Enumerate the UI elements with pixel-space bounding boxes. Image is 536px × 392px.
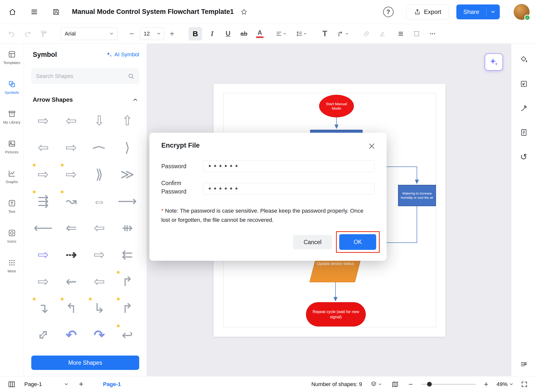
page-selector[interactable]: Page-1 bbox=[22, 379, 71, 390]
start-manual-mode-node[interactable]: Start Manual Mode bbox=[319, 95, 354, 117]
share-label[interactable]: Share bbox=[456, 4, 486, 19]
shape-dashed-arrow-right[interactable]: ⇢ bbox=[59, 243, 83, 266]
shape-triple-chevron-right[interactable]: ⟫ bbox=[87, 162, 111, 186]
shape-wide-arrow-left[interactable]: ⇦ bbox=[87, 269, 111, 293]
shape-double-headed-arrow[interactable]: ⇔ bbox=[87, 189, 111, 213]
history-button[interactable]: ↺ bbox=[519, 152, 529, 162]
shape-curved-arrow-left[interactable]: ↶ bbox=[59, 323, 83, 347]
shape-double-line-arrow-left[interactable]: ⇇ bbox=[115, 243, 139, 266]
repeat-cycle-node[interactable]: Repeat cycle (wait for new signal) bbox=[306, 302, 366, 327]
more-shapes-button[interactable]: More Shapes bbox=[31, 356, 139, 370]
highlighter-button[interactable] bbox=[377, 28, 388, 39]
sidebar-item-graphs[interactable]: Graphs bbox=[1, 169, 23, 191]
search-shapes-input[interactable] bbox=[36, 73, 128, 79]
shape-s-curve-arrow-right[interactable]: ↝ bbox=[59, 189, 83, 213]
sidebar-item-text[interactable]: Text bbox=[1, 199, 23, 220]
shape-hexagon-arrow-right[interactable]: ⇨ bbox=[59, 162, 83, 186]
zoom-slider[interactable] bbox=[421, 384, 476, 385]
ok-button[interactable]: OK bbox=[339, 234, 376, 250]
insert-frame-button[interactable] bbox=[519, 79, 529, 89]
line-style-button[interactable] bbox=[395, 28, 406, 39]
shape-diagonal-double-arrow[interactable]: ⇕ bbox=[31, 323, 55, 347]
shape-tail-arrow-right[interactable]: ⇻ bbox=[115, 216, 139, 240]
layer-filter-button[interactable] bbox=[519, 359, 529, 369]
help-button[interactable]: ? bbox=[383, 7, 394, 17]
border-style-button[interactable] bbox=[411, 28, 422, 39]
shape-block-arrow-down[interactable]: ⇩ bbox=[87, 109, 111, 132]
font-size-select[interactable]: 12 bbox=[140, 28, 164, 40]
shape-block-arrow-right[interactable]: ⇨ bbox=[31, 109, 55, 132]
sidebar-item-my-library[interactable]: My Library bbox=[1, 110, 23, 131]
share-button[interactable]: Share bbox=[456, 4, 500, 19]
line-spacing-button[interactable] bbox=[293, 28, 309, 39]
shape-long-arrow-right[interactable]: ⟶ bbox=[115, 189, 139, 213]
sidebar-item-pictures[interactable]: Pictures bbox=[1, 139, 23, 161]
page-tab[interactable]: Page-1 bbox=[103, 381, 121, 388]
shape-corner-arrow-down[interactable]: ↳ bbox=[87, 296, 111, 320]
cancel-button[interactable]: Cancel bbox=[293, 235, 332, 249]
sidebar-item-templates[interactable]: Templates bbox=[1, 50, 23, 71]
favorite-star-button[interactable] bbox=[240, 8, 248, 16]
zoom-slider-knob[interactable] bbox=[427, 382, 432, 387]
shape-corner-arrow-up-right[interactable]: ↱ bbox=[115, 269, 139, 293]
shape-block-arrow-left-wide[interactable]: ⇦ bbox=[31, 135, 55, 159]
pen-tool-button[interactable] bbox=[519, 103, 529, 113]
save-button[interactable] bbox=[50, 6, 62, 18]
eraser-button[interactable] bbox=[361, 28, 372, 39]
ai-assistant-button[interactable] bbox=[485, 53, 503, 71]
search-icon[interactable] bbox=[128, 73, 134, 80]
home-button[interactable] bbox=[6, 6, 18, 18]
sidebar-item-more[interactable]: More bbox=[1, 259, 23, 280]
menu-button[interactable] bbox=[28, 6, 40, 18]
shape-pixel-arrow-right[interactable]: ⇨ bbox=[31, 243, 55, 266]
shape-thin-arrow-right[interactable]: ⇨ bbox=[31, 269, 55, 293]
text-align-button[interactable] bbox=[273, 28, 289, 39]
shape-outline-arrow-right[interactable]: ⇨ bbox=[87, 243, 111, 266]
export-button[interactable]: Export bbox=[406, 4, 449, 19]
shape-double-chevron-right[interactable]: ≫ bbox=[115, 162, 139, 186]
font-size-increase-button[interactable] bbox=[166, 28, 178, 39]
font-color-button[interactable]: A bbox=[254, 28, 266, 39]
shape-chevron-up[interactable]: ⟨ bbox=[87, 135, 111, 159]
undo-button[interactable] bbox=[6, 28, 17, 39]
zoom-in-button[interactable]: + bbox=[482, 380, 491, 389]
redo-button[interactable] bbox=[22, 28, 33, 39]
shape-block-arrow-up[interactable]: ⇧ bbox=[115, 109, 139, 132]
shape-block-arrow-left-3[interactable]: ⇦ bbox=[87, 216, 111, 240]
more-tools-button[interactable] bbox=[427, 28, 438, 39]
italic-button[interactable]: I bbox=[206, 28, 218, 39]
arrow-shapes-section-header[interactable]: Arrow Shapes bbox=[33, 95, 138, 105]
shape-striped-arrow-right[interactable]: ⇶ bbox=[31, 189, 55, 213]
password-input[interactable] bbox=[203, 160, 375, 172]
theme-fill-button[interactable] bbox=[519, 55, 529, 65]
shape-thin-arrow-left[interactable]: ⇜ bbox=[59, 269, 83, 293]
shape-block-arrow-right-wide[interactable]: ⇨ bbox=[59, 135, 83, 159]
watering-node[interactable]: Watering to increase humidity or cool th… bbox=[398, 185, 436, 206]
format-painter-button[interactable] bbox=[38, 28, 49, 39]
shape-curve-arrow-up-right[interactable]: ↱ bbox=[115, 296, 139, 320]
shape-pentagon-arrow-right[interactable]: ⇨ bbox=[31, 162, 55, 186]
shape-chevron-right[interactable]: ⟩ bbox=[115, 135, 139, 159]
notes-button[interactable] bbox=[519, 128, 529, 137]
sidebar-item-icons[interactable]: Icons bbox=[1, 229, 23, 250]
underline-button[interactable]: U bbox=[222, 28, 234, 39]
avatar[interactable]: ✓ bbox=[514, 4, 530, 20]
text-tool-button[interactable]: T bbox=[319, 28, 331, 39]
bold-button[interactable]: B bbox=[189, 27, 202, 40]
shape-curly-arrow-up[interactable]: ↷ bbox=[87, 323, 111, 347]
add-page-button[interactable]: + bbox=[76, 380, 87, 389]
zoom-out-button[interactable]: − bbox=[406, 380, 415, 389]
dialog-close-button[interactable] bbox=[367, 141, 377, 151]
shape-block-arrow-left[interactable]: ⇦ bbox=[59, 109, 83, 132]
ai-symbol-button[interactable]: AI Symbol bbox=[106, 51, 139, 58]
confirm-password-input[interactable] bbox=[203, 183, 375, 195]
pages-panel-button[interactable] bbox=[6, 379, 17, 390]
fullscreen-button[interactable] bbox=[519, 379, 530, 390]
strikethrough-button[interactable]: ab bbox=[238, 28, 250, 39]
layers-button[interactable] bbox=[368, 379, 384, 390]
font-size-decrease-button[interactable] bbox=[126, 28, 137, 39]
shape-u-turn-arrow[interactable]: ↩ bbox=[115, 323, 139, 347]
share-dropdown-button[interactable] bbox=[486, 4, 500, 19]
minimap-button[interactable] bbox=[390, 379, 400, 390]
font-family-select[interactable]: Arial bbox=[61, 28, 118, 40]
